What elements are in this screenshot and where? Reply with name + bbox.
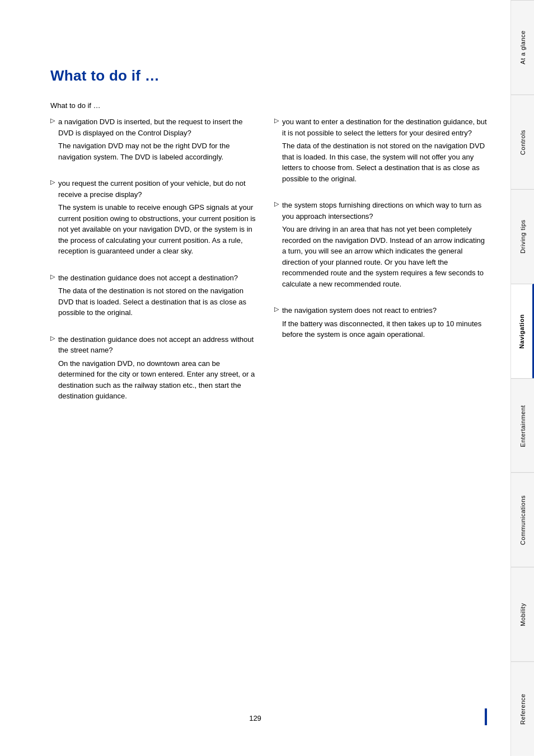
bullet-content-5: you want to enter a destination for the … xyxy=(282,116,487,192)
bullet-content-1: a navigation DVD is inserted, but the re… xyxy=(58,116,257,170)
bullet-answer-7: If the battery was disconnected, it then… xyxy=(282,318,487,340)
bullet-question-5: you want to enter a destination for the … xyxy=(282,118,487,137)
bullet-arrow-7: ▷ xyxy=(274,306,279,313)
bullet-block-1: ▷ a navigation DVD is inserted, but the … xyxy=(50,116,257,170)
bullet-arrow-3: ▷ xyxy=(50,273,55,280)
page-number: 129 xyxy=(249,714,261,722)
bullet-question-7: the navigation system does not react to … xyxy=(282,306,437,314)
page-title: What to do if … xyxy=(50,67,488,84)
bullet-content-4: the destination guidance does not accept… xyxy=(58,334,257,410)
bullet-question-3: the destination guidance does not accept… xyxy=(58,274,238,282)
sidebar-tab-driving-tips[interactable]: Driving tips xyxy=(511,189,534,284)
bullet-item-4: ▷ the destination guidance does not acce… xyxy=(50,334,257,410)
bullet-arrow-6: ▷ xyxy=(274,200,279,208)
bullet-item-3: ▷ the destination guidance does not acce… xyxy=(50,273,257,326)
bullet-answer-4: On the navigation DVD, no downtown area … xyxy=(58,358,257,402)
bullet-block-7: ▷ the navigation system does not react t… xyxy=(274,305,487,348)
content-columns: ▷ a navigation DVD is inserted, but the … xyxy=(50,116,488,417)
main-content: What to do if … What to do if … ▷ a navi… xyxy=(0,0,510,756)
column-right: ▷ you want to enter a destination for th… xyxy=(274,116,487,417)
sidebar-tab-reference[interactable]: Reference xyxy=(511,661,534,756)
bullet-content-7: the navigation system does not react to … xyxy=(282,305,487,348)
sidebar-tab-mobility[interactable]: Mobility xyxy=(511,567,534,661)
bullet-arrow-2: ▷ xyxy=(50,179,55,186)
bullet-item-1: ▷ a navigation DVD is inserted, but the … xyxy=(50,116,257,170)
bullet-content-3: the destination guidance does not accept… xyxy=(58,273,257,326)
bullet-answer-3: The data of the destination is not store… xyxy=(58,285,257,318)
bullet-question-4: the destination guidance does not accept… xyxy=(58,335,254,355)
bullet-content-6: the system stops furnishing directions o… xyxy=(282,200,487,297)
bullet-item-7: ▷ the navigation system does not react t… xyxy=(274,305,487,348)
bullet-arrow-4: ▷ xyxy=(50,335,55,342)
bullet-arrow-1: ▷ xyxy=(50,117,55,124)
bullet-question-2: you request the current position of your… xyxy=(58,179,246,199)
column-left: ▷ a navigation DVD is inserted, but the … xyxy=(50,116,257,417)
bullet-item-5: ▷ you want to enter a destination for th… xyxy=(274,116,487,192)
bullet-content-2: you request the current position of your… xyxy=(58,178,257,265)
bullet-question-1: a navigation DVD is inserted, but the re… xyxy=(58,118,243,137)
bullet-item-2: ▷ you request the current position of yo… xyxy=(50,178,257,265)
bullet-arrow-5: ▷ xyxy=(274,117,279,124)
sidebar-tab-navigation[interactable]: Navigation xyxy=(511,284,534,378)
section-intro: What to do if … xyxy=(50,101,488,110)
bullet-block-5: ▷ you want to enter a destination for th… xyxy=(274,116,487,192)
bullet-answer-1: The navigation DVD may not be the right … xyxy=(58,140,257,162)
sidebar-tab-communications[interactable]: Communications xyxy=(511,472,534,567)
sidebar-tab-controls[interactable]: Controls xyxy=(511,95,534,189)
page-number-bar xyxy=(485,708,487,725)
bullet-block-2: ▷ you request the current position of yo… xyxy=(50,178,257,265)
page-container: What to do if … What to do if … ▷ a navi… xyxy=(0,0,534,756)
bullet-block-6: ▷ the system stops furnishing directions… xyxy=(274,200,487,297)
bullet-item-6: ▷ the system stops furnishing directions… xyxy=(274,200,487,297)
bullet-answer-2: The system is unable to receive enough G… xyxy=(58,202,257,257)
bullet-answer-6: You are driving in an area that has not … xyxy=(282,224,487,289)
sidebar-tab-at-a-glance[interactable]: At a glance xyxy=(511,0,534,95)
sidebar-tab-entertainment[interactable]: Entertainment xyxy=(511,378,534,473)
bullet-block-3: ▷ the destination guidance does not acce… xyxy=(50,273,257,326)
bullet-block-4: ▷ the destination guidance does not acce… xyxy=(50,334,257,410)
bullet-answer-5: The data of the destination is not store… xyxy=(282,140,487,184)
right-sidebar: At a glance Controls Driving tips Naviga… xyxy=(510,0,534,756)
bullet-question-6: the system stops furnishing directions o… xyxy=(282,201,481,220)
